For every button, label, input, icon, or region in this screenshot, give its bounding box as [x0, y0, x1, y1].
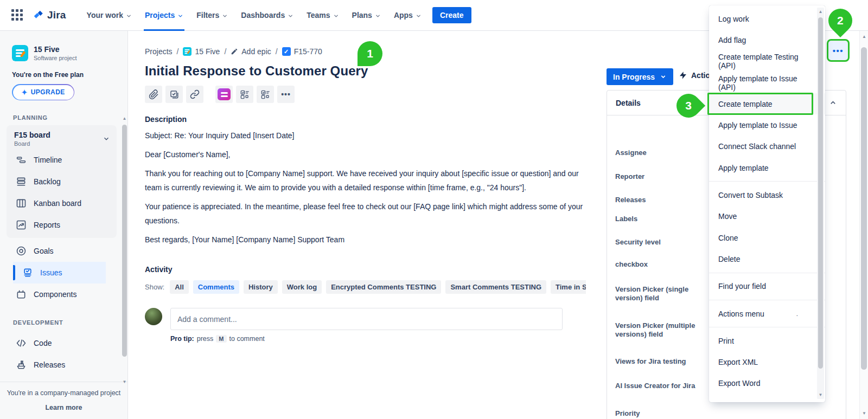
field-label: Labels — [615, 215, 702, 223]
jira-logo-text: Jira — [47, 9, 66, 21]
scroll-up-icon[interactable]: ▲ — [122, 116, 127, 121]
menu-item-find-your-field[interactable]: Find your field — [709, 276, 825, 297]
marketplace-app-button[interactable] — [215, 86, 233, 103]
menu-item-export-word[interactable]: Export Word — [709, 373, 825, 394]
menu-item-apply-template[interactable]: Apply template — [709, 157, 825, 178]
menu-item-create-template[interactable]: Create template — [709, 93, 825, 114]
sidebar-item-goals[interactable]: Goals — [7, 240, 117, 262]
issues-icon — [22, 267, 34, 278]
add-child-issue-button[interactable] — [165, 86, 183, 103]
app-switcher-icon[interactable] — [11, 9, 24, 22]
menu-item-actions-menu[interactable]: Actions menu. — [709, 303, 825, 324]
attach-button[interactable] — [145, 86, 162, 103]
menu-item-move[interactable]: Move — [709, 206, 825, 227]
field-label: Priority — [615, 409, 702, 418]
scroll-up-icon[interactable]: ▲ — [817, 9, 824, 14]
breadcrumb-add-epic[interactable]: Add epic — [231, 47, 271, 56]
sidebar-item-code[interactable]: Code — [7, 332, 117, 354]
activity-filter-history[interactable]: History — [244, 280, 278, 294]
description-body[interactable]: Subject: Re: Your Inquiry Dated [Insert … — [145, 128, 586, 247]
menu-item-log-work[interactable]: Log work — [709, 8, 825, 29]
kanban-icon — [15, 198, 27, 209]
plan-text: You're on the Free plan — [0, 61, 127, 79]
menu-item-connect-slack-channel[interactable]: Connect Slack channel — [709, 136, 825, 157]
description-paragraph: Dear [Customer's Name], — [145, 147, 586, 162]
issue-main: Projects / 15 Five / Add epic / ✓ F15-77… — [145, 31, 586, 419]
project-sidebar: 15 Five Software project You're on the F… — [0, 31, 128, 419]
template-app-button[interactable] — [236, 86, 253, 103]
issue-toolbar: ••• — [145, 86, 586, 103]
sparkle-icon: ✦ — [22, 88, 28, 96]
scrollbar-thumb[interactable] — [818, 17, 823, 369]
activity-filter-work-log[interactable]: Work log — [282, 280, 322, 294]
sidebar-item-kanban-board[interactable]: Kanban board — [7, 192, 117, 214]
activity-filter-all[interactable]: All — [170, 280, 189, 294]
scroll-down-icon[interactable]: ▼ — [860, 411, 868, 416]
field-label: Version Picker (single version) field — [615, 285, 702, 302]
field-label: Releases — [615, 196, 702, 204]
nav-item-teams[interactable]: Teams — [300, 0, 345, 31]
activity-filter-encrypted-comments-testing[interactable]: Encrypted Comments TESTING — [326, 280, 441, 294]
breadcrumb-projects[interactable]: Projects — [145, 47, 173, 56]
sidebar-item-releases[interactable]: Releases — [7, 354, 117, 376]
sidebar-item-backlog[interactable]: Backlog — [7, 171, 117, 192]
sidebar-scrollbar[interactable]: ▲ ▼ — [122, 115, 127, 405]
sidebar-item-reports[interactable]: Reports — [7, 214, 117, 236]
sidebar-item-components[interactable]: Components — [7, 283, 117, 305]
breadcrumb-separator: / — [276, 47, 278, 56]
pencil-icon — [231, 48, 238, 55]
more-actions-button-highlighted[interactable]: ••• — [827, 39, 850, 62]
sidebar-item-timeline[interactable]: Timeline — [7, 149, 117, 171]
primary-nav: Your workProjectsFiltersDashboardsTeamsP… — [80, 0, 428, 31]
menu-item-delete[interactable]: Delete — [709, 248, 825, 269]
menu-item-create-template-testing-api[interactable]: Create template Testing (API) — [709, 51, 825, 72]
scrollbar-thumb[interactable] — [861, 47, 867, 370]
template-checklist-icon — [260, 89, 271, 100]
menu-item-clone[interactable]: Clone — [709, 227, 825, 248]
sidebar-item-issues[interactable]: Issues — [13, 262, 106, 283]
menu-item-apply-template-to-issue[interactable]: Apply template to Issue — [709, 114, 825, 136]
create-button[interactable]: Create — [432, 7, 471, 23]
activity-filter-time-in-status[interactable]: Time in Status — [551, 280, 586, 294]
description-paragraph: Subject: Re: Your Inquiry Dated [Insert … — [145, 128, 586, 143]
activity-filter-comments[interactable]: Comments — [193, 280, 239, 294]
jira-logo[interactable]: Jira — [33, 9, 66, 21]
link-issue-button[interactable] — [186, 86, 203, 103]
page-scrollbar[interactable]: ▲ ▼ — [859, 31, 868, 419]
menu-item-export-xml[interactable]: Export XML — [709, 351, 825, 372]
nav-item-dashboards[interactable]: Dashboards — [234, 0, 300, 31]
nav-item-your-work[interactable]: Your work — [80, 0, 138, 31]
task-type-icon: ✓ — [282, 47, 291, 56]
status-dropdown[interactable]: In Progress — [607, 68, 673, 85]
planning-section-label: PLANNING — [0, 100, 127, 125]
menu-divider — [709, 273, 825, 273]
menu-item-convert-to-subtask[interactable]: Convert to Subtask — [709, 184, 825, 205]
field-label: Security level — [615, 238, 702, 247]
lightning-icon — [679, 71, 687, 80]
menu-divider — [709, 327, 825, 327]
menu-item-add-flag[interactable]: Add flag — [709, 29, 825, 50]
scroll-down-icon[interactable]: ▼ — [817, 392, 824, 397]
upgrade-button[interactable]: ✦ UPGRADE — [13, 85, 74, 100]
add-comment-input[interactable] — [170, 308, 563, 330]
nav-item-projects[interactable]: Projects — [138, 0, 190, 31]
menu-item-apply-template-to-issue-api[interactable]: Apply template to Issue (API) — [709, 72, 825, 93]
activity-filter-smart-comments-testing[interactable]: Smart Comments TESTING — [445, 280, 546, 294]
scroll-up-icon[interactable]: ▲ — [860, 34, 868, 39]
description-paragraph: Thank you for reaching out to [Company N… — [145, 166, 586, 195]
breadcrumb-issue-key[interactable]: ✓ F15-770 — [282, 47, 322, 56]
scrollbar-thumb[interactable] — [122, 125, 127, 357]
template-checklist-icon — [240, 89, 250, 100]
breadcrumb-project[interactable]: 15 Five — [183, 47, 220, 56]
scroll-down-icon[interactable]: ▼ — [122, 379, 127, 384]
nav-item-filters[interactable]: Filters — [190, 0, 234, 31]
template-app-button-2[interactable] — [257, 86, 274, 103]
menu-scrollbar[interactable]: ▲▼ — [817, 8, 824, 399]
board-switcher[interactable]: F15 board Board — [7, 131, 117, 149]
more-toolbar-button[interactable]: ••• — [277, 86, 295, 103]
nav-item-plans[interactable]: Plans — [346, 0, 387, 31]
nav-item-apps[interactable]: Apps — [387, 0, 428, 31]
project-header[interactable]: 15 Five Software project — [0, 31, 127, 61]
menu-item-print[interactable]: Print — [709, 330, 825, 351]
learn-more-link[interactable]: Learn more — [5, 404, 122, 411]
